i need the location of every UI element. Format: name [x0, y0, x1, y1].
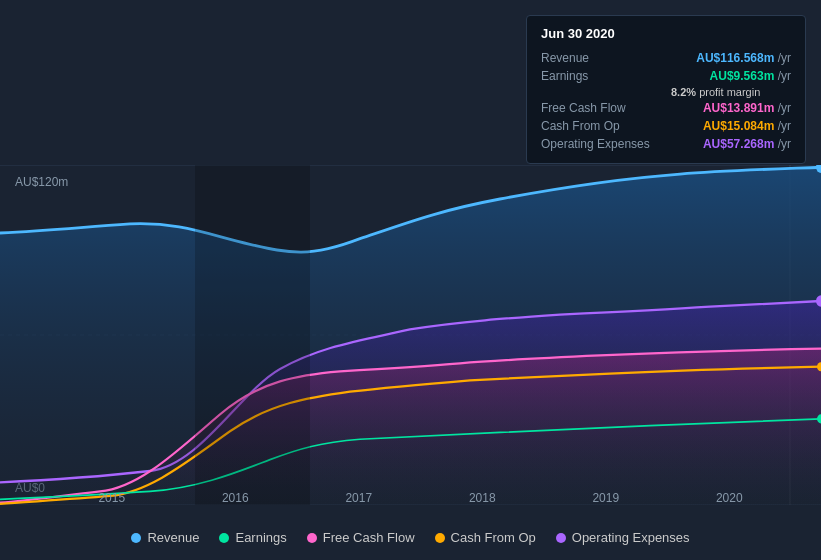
tooltip-row-revenue: Revenue AU$116.568m /yr: [541, 49, 791, 67]
chart-svg: [0, 165, 821, 505]
tooltip-label-revenue: Revenue: [541, 51, 671, 65]
chart-legend: Revenue Earnings Free Cash Flow Cash Fro…: [0, 530, 821, 545]
tooltip-date: Jun 30 2020: [541, 26, 791, 41]
tooltip-label-earnings: Earnings: [541, 69, 671, 83]
legend-dot-opex: [556, 533, 566, 543]
legend-dot-fcf: [307, 533, 317, 543]
legend-item-opex[interactable]: Operating Expenses: [556, 530, 690, 545]
tooltip-sub-earnings: 8.2% profit margin: [671, 85, 791, 99]
legend-label-fcf: Free Cash Flow: [323, 530, 415, 545]
x-label-2016: 2016: [222, 491, 249, 505]
x-label-2018: 2018: [469, 491, 496, 505]
tooltip-row-opex: Operating Expenses AU$57.268m /yr: [541, 135, 791, 153]
tooltip-row-earnings: Earnings AU$9.563m /yr: [541, 67, 791, 85]
legend-dot-revenue: [131, 533, 141, 543]
x-label-2019: 2019: [592, 491, 619, 505]
legend-dot-cash-from-op: [435, 533, 445, 543]
legend-label-opex: Operating Expenses: [572, 530, 690, 545]
tooltip-row-cashfromop: Cash From Op AU$15.084m /yr: [541, 117, 791, 135]
legend-item-earnings[interactable]: Earnings: [219, 530, 286, 545]
period-highlight: [195, 165, 310, 505]
tooltip-row-fcf: Free Cash Flow AU$13.891m /yr: [541, 99, 791, 117]
legend-item-fcf[interactable]: Free Cash Flow: [307, 530, 415, 545]
x-label-2015: 2015: [98, 491, 125, 505]
tooltip-label-opex: Operating Expenses: [541, 137, 671, 151]
legend-dot-earnings: [219, 533, 229, 543]
chart-container: Jun 30 2020 Revenue AU$116.568m /yr Earn…: [0, 0, 821, 560]
tooltip-label-fcf: Free Cash Flow: [541, 101, 671, 115]
legend-label-earnings: Earnings: [235, 530, 286, 545]
x-label-2020: 2020: [716, 491, 743, 505]
tooltip-label-cashfromop: Cash From Op: [541, 119, 671, 133]
x-label-2017: 2017: [345, 491, 372, 505]
x-axis: 2015 2016 2017 2018 2019 2020: [0, 485, 821, 505]
tooltip-value-opex: AU$57.268m /yr: [703, 137, 791, 151]
legend-item-revenue[interactable]: Revenue: [131, 530, 199, 545]
legend-label-cash-from-op: Cash From Op: [451, 530, 536, 545]
tooltip-value-cashfromop: AU$15.084m /yr: [703, 119, 791, 133]
tooltip-value-revenue: AU$116.568m /yr: [696, 51, 791, 65]
tooltip-value-fcf: AU$13.891m /yr: [703, 101, 791, 115]
tooltip-value-earnings: AU$9.563m /yr: [710, 69, 791, 83]
legend-label-revenue: Revenue: [147, 530, 199, 545]
legend-item-cash-from-op[interactable]: Cash From Op: [435, 530, 536, 545]
tooltip-card: Jun 30 2020 Revenue AU$116.568m /yr Earn…: [526, 15, 806, 164]
chart-area: [0, 165, 821, 505]
